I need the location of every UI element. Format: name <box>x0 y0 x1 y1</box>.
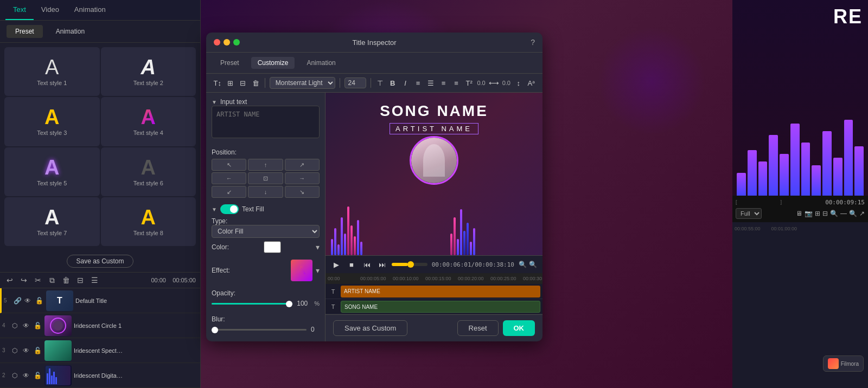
color-dropdown-icon[interactable]: ▾ <box>316 243 320 251</box>
text-style-6[interactable]: A Text style 6 <box>101 147 196 196</box>
pos-bot-right[interactable]: ↘ <box>285 186 320 198</box>
text-style-7[interactable]: A Text style 7 <box>4 197 100 246</box>
track-eye-icon-2[interactable]: 👁 <box>23 372 31 379</box>
inspector-tab-preset[interactable]: Preset <box>214 57 246 69</box>
superscript-icon[interactable]: T² <box>464 77 474 89</box>
align-center-icon[interactable]: ☰ <box>426 77 436 89</box>
progress-bar[interactable] <box>392 263 427 266</box>
pos-mid-center[interactable]: ⊡ <box>248 172 283 184</box>
text-fill-header[interactable]: ▼ Text Fill <box>212 204 320 214</box>
inspector-tab-animation[interactable]: Animation <box>300 57 342 69</box>
font-size-input[interactable] <box>344 77 366 88</box>
undo-icon[interactable]: ↩ <box>4 275 15 286</box>
pos-bot-left[interactable]: ↙ <box>212 186 246 198</box>
crop-icon[interactable]: ⊞ <box>226 77 235 89</box>
track-eye-icon-3[interactable]: 👁 <box>23 347 31 354</box>
text-transform-icon[interactable]: T↕ <box>213 77 222 89</box>
snapshot-icon[interactable]: 📷 <box>805 210 813 217</box>
effect-dropdown-icon[interactable]: ▾ <box>316 266 320 275</box>
split-icon[interactable]: ⊟ <box>75 275 86 286</box>
align-top-icon[interactable]: ⊤ <box>375 77 385 89</box>
text-fill-toggle[interactable] <box>220 204 239 214</box>
zoom-slider-icon[interactable]: — <box>840 210 847 217</box>
inspector-tab-customize[interactable]: Customize <box>251 57 295 69</box>
pos-bot-center[interactable]: ↓ <box>248 186 283 198</box>
text-style-5[interactable]: A Text style 5 <box>4 147 100 196</box>
color-swatch[interactable] <box>264 241 281 253</box>
tab-video[interactable]: Video <box>34 0 67 20</box>
text-style-4[interactable]: A Text style 4 <box>101 97 196 146</box>
delete-icon[interactable]: 🗑 <box>61 275 72 286</box>
align-justify-icon[interactable]: ≡ <box>451 77 461 89</box>
zoom-out-icon[interactable]: 🔍 <box>519 261 527 268</box>
zoom-in-icon[interactable]: 🔍 <box>529 261 537 268</box>
track-eye-icon-4[interactable]: 👁 <box>23 322 31 329</box>
pos-top-right[interactable]: ↗ <box>285 159 320 171</box>
align-left-icon[interactable]: ≡ <box>413 77 423 89</box>
tab-text[interactable]: Text <box>5 0 34 20</box>
leading-icon[interactable]: ↕ <box>514 77 524 89</box>
pos-top-left[interactable]: ↖ <box>212 159 246 171</box>
input-text-header[interactable]: ▼ Input text <box>212 98 320 106</box>
play-button[interactable]: ▶ <box>331 259 342 270</box>
opacity-thumb[interactable] <box>286 301 292 307</box>
effect-preview[interactable]: A <box>291 260 312 281</box>
tracking-icon[interactable]: ⟷ <box>489 77 499 89</box>
input-text-field[interactable] <box>212 106 320 138</box>
stop-button[interactable]: ■ <box>346 259 357 270</box>
text-style-2[interactable]: A Text style 2 <box>101 47 196 96</box>
track-link-icon-3[interactable]: ⬡ <box>12 347 21 354</box>
blur-thumb[interactable] <box>212 327 218 333</box>
trash-icon[interactable]: 🗑 <box>251 77 261 89</box>
next-frame-button[interactable]: ⏭ <box>376 259 387 270</box>
zoom-out-right-icon[interactable]: 🔍 <box>830 210 838 217</box>
redo-icon[interactable]: ↪ <box>18 275 29 286</box>
tab-animation[interactable]: Animation <box>67 0 113 20</box>
sub-tab-animation[interactable]: Animation <box>47 25 93 38</box>
track-link-icon-4[interactable]: ⬡ <box>12 322 21 329</box>
bold-icon[interactable]: B <box>388 77 398 89</box>
opacity-slider[interactable] <box>212 303 292 305</box>
sub-tab-preset[interactable]: Preset <box>7 25 43 38</box>
zoom-fit-icon[interactable]: ⊞ <box>815 210 820 217</box>
save-as-custom-button[interactable]: Save as Custom <box>333 320 407 336</box>
copy-icon[interactable]: ⧉ <box>47 275 58 286</box>
monitor-icon[interactable]: 🖥 <box>796 210 802 217</box>
text-style-3[interactable]: A Text style 3 <box>4 97 100 146</box>
ok-button[interactable]: OK <box>503 320 535 336</box>
more-icon[interactable]: ☰ <box>89 275 100 286</box>
pos-top-center[interactable]: ↑ <box>248 159 283 171</box>
text-style-8[interactable]: A Text style 8 <box>101 197 196 246</box>
artist-name-clip[interactable]: ARTIST NAME <box>341 286 540 298</box>
save-custom-button[interactable]: Save as Custom <box>67 255 133 268</box>
track-lock-icon-4[interactable]: 🔓 <box>34 322 42 329</box>
track-link-icon-5[interactable]: 🔗 <box>14 297 22 305</box>
font-select[interactable]: Montserrat Light <box>270 77 335 89</box>
zoom-in-right-icon[interactable]: 🔍 <box>849 210 857 217</box>
prev-frame-button[interactable]: ⏮ <box>361 259 372 270</box>
zoom-reset-icon[interactable]: ⊟ <box>822 210 828 217</box>
song-name-clip[interactable]: SONG NAME <box>341 301 540 313</box>
maximize-button[interactable] <box>233 39 240 46</box>
close-button[interactable] <box>214 39 220 46</box>
minimize-button[interactable] <box>224 39 230 46</box>
spell-check-icon[interactable]: Aᵃ <box>526 77 536 89</box>
pos-mid-right[interactable]: → <box>285 172 320 184</box>
italic-icon[interactable]: I <box>400 77 410 89</box>
fill-type-select[interactable]: Color Fill <box>212 225 320 238</box>
blur-slider[interactable] <box>212 329 307 331</box>
track-lock-icon-2[interactable]: 🔓 <box>34 372 42 379</box>
track-eye-icon-5[interactable]: 👁 <box>24 297 33 305</box>
layout-icon[interactable]: ⊟ <box>238 77 248 89</box>
align-right-icon[interactable]: ≡ <box>439 77 449 89</box>
reset-button[interactable]: Reset <box>457 320 499 336</box>
track-lock-icon-5[interactable]: 🔓 <box>35 297 44 305</box>
help-icon[interactable]: ? <box>531 38 535 47</box>
track-link-icon-2[interactable]: ⬡ <box>12 372 21 379</box>
external-icon[interactable]: ↗ <box>859 210 865 217</box>
cut-icon[interactable]: ✂ <box>33 275 43 286</box>
pos-mid-left[interactable]: ← <box>212 172 246 184</box>
zoom-select[interactable]: Full 1/2 1/4 <box>736 208 762 219</box>
track-lock-icon-3[interactable]: 🔓 <box>34 347 42 354</box>
progress-thumb[interactable] <box>407 261 414 268</box>
